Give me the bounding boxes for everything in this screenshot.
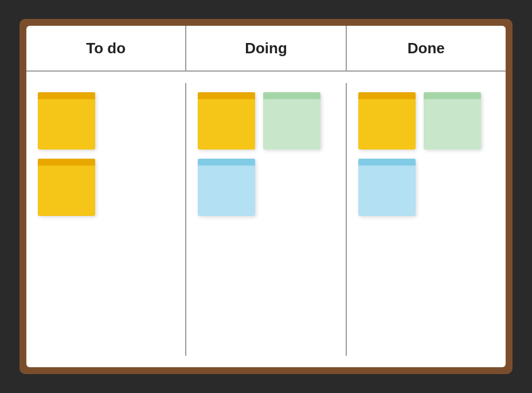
board-header: To do Doing Done bbox=[26, 26, 506, 72]
column-header-todo: To do bbox=[26, 30, 185, 66]
note-tab bbox=[263, 92, 320, 99]
todo-row-1 bbox=[38, 92, 174, 150]
note-tab bbox=[198, 159, 255, 166]
board-outer: To do Doing Done bbox=[19, 19, 513, 374]
note-doing-1[interactable] bbox=[198, 92, 255, 150]
done-row-2 bbox=[358, 159, 494, 216]
column-doing bbox=[186, 83, 345, 356]
note-tab bbox=[358, 159, 416, 166]
note-done-2[interactable] bbox=[424, 92, 481, 150]
note-todo-2[interactable] bbox=[38, 159, 95, 216]
note-doing-3[interactable] bbox=[198, 159, 255, 216]
doing-row-1 bbox=[198, 92, 334, 150]
board-inner: To do Doing Done bbox=[26, 26, 506, 367]
board-body bbox=[26, 72, 506, 367]
note-tab bbox=[38, 92, 95, 99]
note-tab bbox=[424, 92, 481, 99]
done-row-1 bbox=[358, 92, 494, 150]
note-todo-1[interactable] bbox=[38, 92, 95, 150]
note-tab bbox=[38, 159, 95, 166]
column-header-done: Done bbox=[347, 30, 506, 66]
column-header-doing: Doing bbox=[186, 30, 345, 66]
note-done-1[interactable] bbox=[358, 92, 416, 150]
note-doing-2[interactable] bbox=[263, 92, 320, 150]
column-done bbox=[347, 83, 506, 356]
note-tab bbox=[198, 92, 255, 99]
column-todo bbox=[26, 83, 185, 356]
note-tab bbox=[358, 92, 416, 99]
note-done-3[interactable] bbox=[358, 159, 416, 216]
doing-row-2 bbox=[198, 159, 334, 216]
todo-row-2 bbox=[38, 159, 174, 216]
